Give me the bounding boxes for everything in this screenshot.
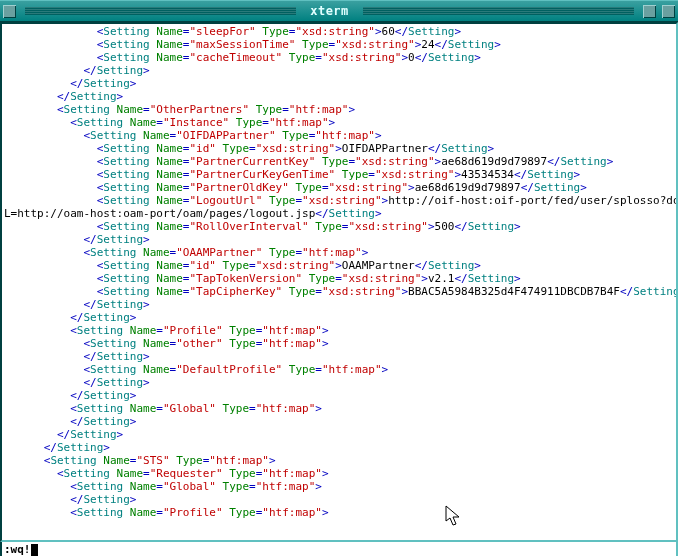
titlebar[interactable]: xterm bbox=[0, 0, 678, 22]
titlebar-texture bbox=[25, 7, 296, 15]
minimize-button[interactable] bbox=[643, 5, 656, 18]
vi-command-text: :wq! bbox=[4, 543, 31, 556]
vi-command-line[interactable]: :wq! bbox=[0, 542, 678, 556]
window-menu-button[interactable] bbox=[3, 5, 16, 18]
window-title: xterm bbox=[302, 5, 357, 18]
cursor-icon bbox=[31, 544, 38, 556]
titlebar-texture bbox=[363, 7, 634, 15]
terminal-content[interactable]: <Setting Name="sleepFor" Type="xsd:strin… bbox=[0, 22, 678, 542]
maximize-button[interactable] bbox=[662, 5, 675, 18]
